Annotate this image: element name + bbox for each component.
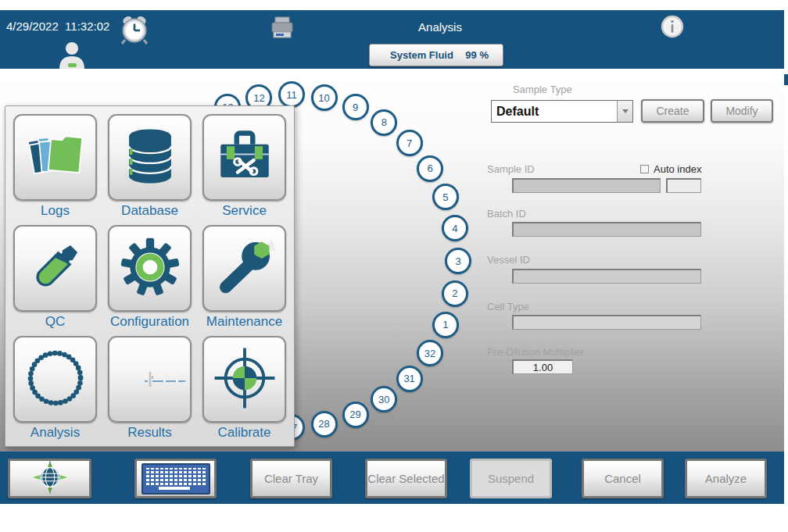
menu-item-analysis[interactable]: Analysis: [13, 336, 97, 447]
pre-dilution-input[interactable]: [512, 359, 573, 374]
vessel-id-label: Vessel ID: [487, 254, 530, 266]
tray-position-6[interactable]: 6: [417, 155, 443, 182]
menu-item-maintenance[interactable]: Maintenance: [202, 225, 286, 336]
menu-item-results[interactable]: Results: [108, 336, 192, 447]
globe-compass-icon: [32, 460, 68, 497]
tray-position-9[interactable]: 9: [342, 94, 369, 120]
menu-item-label: Configuration: [110, 314, 189, 330]
tray-position-29[interactable]: 29: [342, 402, 369, 428]
menu-item-label: Maintenance: [206, 314, 282, 330]
tray-position-8[interactable]: 8: [371, 109, 397, 136]
target-icon: [213, 345, 277, 414]
menu-item-label: Database: [121, 203, 178, 219]
tray-position-32[interactable]: 32: [417, 340, 443, 366]
page-title: Analysis: [323, 20, 557, 34]
suspend-button[interactable]: Suspend: [470, 459, 552, 498]
system-fluid-value: 99 %: [465, 49, 489, 61]
keyboard-icon: [141, 463, 210, 495]
datetime-display: 4/29/2022 11:32:02: [6, 20, 109, 33]
tray-position-11[interactable]: 11: [278, 81, 305, 108]
dotted-ring-icon: [23, 345, 88, 414]
system-fluid-status: System Fluid 99 %: [369, 44, 503, 66]
results-tile-button[interactable]: [108, 336, 192, 423]
menu-item-qc[interactable]: QC: [13, 225, 97, 336]
analyze-button[interactable]: Analyze: [685, 459, 767, 498]
logs-tile-button[interactable]: [13, 114, 97, 201]
tray-position-4[interactable]: 4: [442, 215, 468, 241]
menu-panel: Logs Databas: [5, 105, 295, 447]
menu-item-configuration[interactable]: Configuration: [108, 225, 192, 336]
tray-position-5[interactable]: 5: [432, 184, 459, 210]
menu-item-database[interactable]: Database: [108, 114, 192, 225]
qc-tile-button[interactable]: [13, 225, 97, 312]
create-button[interactable]: Create: [641, 99, 704, 123]
modify-button[interactable]: Modify: [711, 99, 773, 123]
menu-item-label: Service: [222, 203, 267, 219]
menu-item-label: QC: [45, 314, 66, 330]
system-fluid-label: System Fluid: [390, 49, 453, 61]
gear-icon: [118, 234, 182, 303]
edge-sliver: [784, 74, 788, 85]
menu-item-logs[interactable]: Logs: [13, 114, 97, 225]
menu-item-calibrate[interactable]: Calibrate: [202, 336, 286, 447]
tray-position-2[interactable]: 2: [442, 280, 468, 307]
sample-type-value: Default: [492, 105, 617, 119]
menu-item-label: Analysis: [30, 425, 80, 441]
folders-icon: [23, 123, 88, 192]
service-tile-button[interactable]: [202, 114, 286, 201]
menu-item-label: Calibrate: [217, 425, 270, 441]
user-icon[interactable]: [56, 41, 88, 72]
tray-position-7[interactable]: 7: [396, 130, 423, 156]
pre-dilution-label: Pre-Dilution Multiplier: [487, 346, 584, 358]
clear-selected-button[interactable]: Clear Selected: [365, 459, 447, 498]
tray-position-31[interactable]: 31: [396, 366, 423, 392]
batch-id-label: Batch ID: [487, 208, 526, 220]
wrench-tile-button[interactable]: [202, 225, 286, 312]
tray-position-1[interactable]: 1: [432, 312, 459, 338]
tray-position-10[interactable]: 10: [311, 84, 338, 111]
printer-icon[interactable]: [270, 16, 295, 43]
database-icon: [118, 123, 182, 192]
tray-position-28[interactable]: 28: [311, 411, 338, 437]
home-globe-button[interactable]: [8, 459, 91, 498]
tray-position-3[interactable]: 3: [445, 248, 471, 274]
auto-index-label: Auto index: [654, 163, 701, 175]
alarm-clock-icon[interactable]: [120, 15, 149, 49]
clear-tray-button[interactable]: Clear Tray: [250, 459, 332, 498]
cell-type-input[interactable]: [512, 315, 701, 330]
database-tile-button[interactable]: [108, 114, 192, 201]
tray-position-30[interactable]: 30: [371, 386, 397, 412]
configuration-tile-button[interactable]: [108, 225, 192, 312]
cell-type-label: Cell Type: [487, 301, 529, 312]
table-icon: [149, 373, 151, 387]
dropdown-arrow-button[interactable]: [617, 101, 632, 122]
batch-id-input[interactable]: [512, 222, 701, 237]
vessel-id-input[interactable]: [512, 269, 701, 284]
sample-id-label: Sample ID: [487, 163, 535, 175]
sample-type-dropdown[interactable]: Default: [491, 100, 633, 123]
sample-index-input[interactable]: [666, 178, 701, 193]
info-icon[interactable]: [661, 15, 684, 41]
cancel-button[interactable]: Cancel: [582, 459, 664, 498]
calibrate-tile-button[interactable]: [202, 336, 286, 423]
wrench-icon: [213, 234, 277, 303]
sample-type-label: Sample Type: [513, 84, 572, 95]
analysis-tile-button[interactable]: [13, 336, 97, 423]
analysis-screen: 1234567891011121314151617181920212223242…: [0, 0, 788, 532]
ampoule-icon: [23, 234, 88, 303]
menu-item-service[interactable]: Service: [202, 114, 286, 225]
chevron-down-icon: [622, 109, 629, 113]
virtual-keyboard-button[interactable]: [134, 459, 217, 498]
menu-item-label: Results: [127, 425, 172, 441]
toolbox-icon: [213, 123, 277, 192]
sample-id-input[interactable]: [512, 178, 661, 193]
auto-index-checkbox[interactable]: [640, 165, 649, 173]
menu-item-label: Logs: [41, 203, 70, 219]
